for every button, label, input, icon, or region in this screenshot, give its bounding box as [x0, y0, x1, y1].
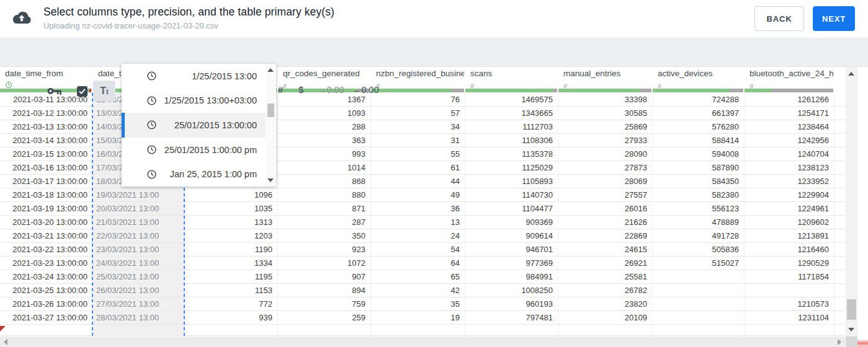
- cell[interactable]: 55: [371, 147, 465, 160]
- cell[interactable]: 20/03/2021 13:00: [93, 202, 185, 215]
- cell[interactable]: 2021-03-14 13:00:00: [0, 134, 93, 147]
- cell[interactable]: 31: [371, 134, 465, 147]
- cell[interactable]: 1261266: [745, 93, 834, 106]
- next-button[interactable]: NEXT: [813, 6, 855, 31]
- cell[interactable]: 2021-03-20 13:00:00: [0, 216, 93, 229]
- cell[interactable]: 907: [278, 270, 371, 283]
- cell[interactable]: 1209602: [745, 216, 834, 229]
- cell[interactable]: 909369: [465, 216, 558, 229]
- cell[interactable]: 894: [278, 284, 371, 297]
- cell[interactable]: 1367: [278, 93, 371, 106]
- cell[interactable]: 1008250: [465, 284, 558, 297]
- dropdown-scroll-up-icon[interactable]: [267, 68, 274, 72]
- cell[interactable]: 27557: [558, 188, 653, 201]
- cell[interactable]: 24615: [558, 243, 653, 256]
- cell[interactable]: 1240704: [745, 147, 834, 160]
- cell[interactable]: 27933: [558, 134, 653, 147]
- cell[interactable]: 19/03/2021 13:00: [93, 188, 185, 201]
- column-header-active_devices[interactable]: active_devices#: [653, 67, 745, 93]
- cell[interactable]: 584350: [653, 175, 745, 188]
- cell[interactable]: 44: [371, 175, 465, 188]
- cell[interactable]: 587890: [653, 161, 745, 174]
- cell[interactable]: 2021-03-26 13:00:00: [0, 297, 93, 310]
- cell[interactable]: 1254171: [745, 107, 834, 120]
- scroll-right-icon[interactable]: [838, 339, 841, 345]
- cell[interactable]: 23820: [558, 297, 653, 310]
- cell[interactable]: 960193: [465, 297, 558, 310]
- cell[interactable]: 24/03/2021 13:00: [93, 257, 185, 270]
- scroll-down-icon[interactable]: [848, 328, 854, 332]
- cell[interactable]: 946701: [465, 243, 558, 256]
- cell[interactable]: 1108306: [465, 134, 558, 147]
- cell[interactable]: 2021-03-27 13:00:00: [0, 311, 93, 324]
- cell[interactable]: 26782: [558, 284, 653, 297]
- cell[interactable]: 35: [371, 297, 465, 310]
- cell[interactable]: 36: [371, 202, 465, 215]
- cell[interactable]: 2021-03-15 13:00:00: [0, 147, 93, 160]
- cell[interactable]: [653, 297, 745, 310]
- cell[interactable]: 61: [371, 161, 465, 174]
- column-header-nzbn_registered_busine[interactable]: nzbn_registered_busine#: [371, 67, 465, 93]
- cell[interactable]: 27873: [558, 161, 653, 174]
- cell[interactable]: 993: [278, 147, 371, 160]
- cell[interactable]: 19: [371, 311, 465, 324]
- cell[interactable]: [653, 325, 745, 335]
- scroll-left-icon[interactable]: [4, 339, 7, 345]
- cell[interactable]: 2021-03-12 13:00:00: [0, 107, 93, 120]
- cell[interactable]: [371, 325, 465, 335]
- cell[interactable]: 909614: [465, 229, 558, 242]
- cell[interactable]: 1190: [185, 243, 278, 256]
- cell[interactable]: 556123: [653, 202, 745, 215]
- cell[interactable]: 1072: [278, 257, 371, 270]
- vertical-scroll-thumb[interactable]: [847, 299, 856, 320]
- cell[interactable]: 26016: [558, 202, 653, 215]
- format-option[interactable]: 1/25/2015 13:00: [122, 64, 266, 89]
- cell[interactable]: 724288: [653, 93, 745, 106]
- cell[interactable]: [278, 325, 371, 335]
- cell[interactable]: 65: [371, 270, 465, 283]
- cell[interactable]: 1153: [185, 284, 278, 297]
- cell[interactable]: 1469575: [465, 93, 558, 106]
- cell[interactable]: 1290529: [745, 257, 834, 270]
- dropdown-scrollbar[interactable]: [266, 64, 276, 187]
- cell[interactable]: 1334: [185, 257, 278, 270]
- cell[interactable]: 57: [371, 107, 465, 120]
- cell[interactable]: 1125029: [465, 161, 558, 174]
- cell[interactable]: 1135378: [465, 147, 558, 160]
- cell[interactable]: 2021-03-22 13:00:00: [0, 243, 93, 256]
- cell[interactable]: 20109: [558, 311, 653, 324]
- cell[interactable]: 797481: [465, 311, 558, 324]
- cell[interactable]: 33398: [558, 93, 653, 106]
- cell[interactable]: 1112703: [465, 120, 558, 133]
- decimal-decrease-button[interactable]: ←0.00: [352, 85, 379, 95]
- format-option[interactable]: 25/01/2015 1:00:00 pm: [122, 138, 266, 162]
- cell[interactable]: 1229904: [745, 188, 834, 201]
- selected-checkbox[interactable]: [77, 86, 87, 97]
- cell[interactable]: 23/03/2021 13:00: [93, 243, 185, 256]
- cell[interactable]: [653, 284, 745, 297]
- cell[interactable]: 27/03/2021 13:00: [93, 297, 185, 310]
- cell[interactable]: 1216460: [745, 243, 834, 256]
- cell[interactable]: 287: [278, 216, 371, 229]
- cell[interactable]: 288: [278, 120, 371, 133]
- cell[interactable]: 13: [371, 216, 465, 229]
- cell[interactable]: 582380: [653, 188, 745, 201]
- cell[interactable]: 939: [185, 311, 278, 324]
- cell[interactable]: 772: [185, 297, 278, 310]
- cell[interactable]: 363: [278, 134, 371, 147]
- horizontal-scrollbar[interactable]: [0, 336, 845, 347]
- cell[interactable]: 42: [371, 284, 465, 297]
- cell[interactable]: 21626: [558, 216, 653, 229]
- cell[interactable]: 1140730: [465, 188, 558, 201]
- cell[interactable]: 2021-03-24 13:00:00: [0, 270, 93, 283]
- cell[interactable]: 1238464: [745, 120, 834, 133]
- cell[interactable]: 26/03/2021 13:00: [93, 284, 185, 297]
- cell[interactable]: [558, 325, 653, 335]
- cell[interactable]: 1171854: [745, 270, 834, 283]
- cell[interactable]: 1238123: [745, 161, 834, 174]
- cell[interactable]: 64: [371, 257, 465, 270]
- cell[interactable]: 1105893: [465, 175, 558, 188]
- cell[interactable]: 1231104: [745, 311, 834, 324]
- vertical-scrollbar[interactable]: [846, 67, 857, 336]
- cell[interactable]: 1093: [278, 107, 371, 120]
